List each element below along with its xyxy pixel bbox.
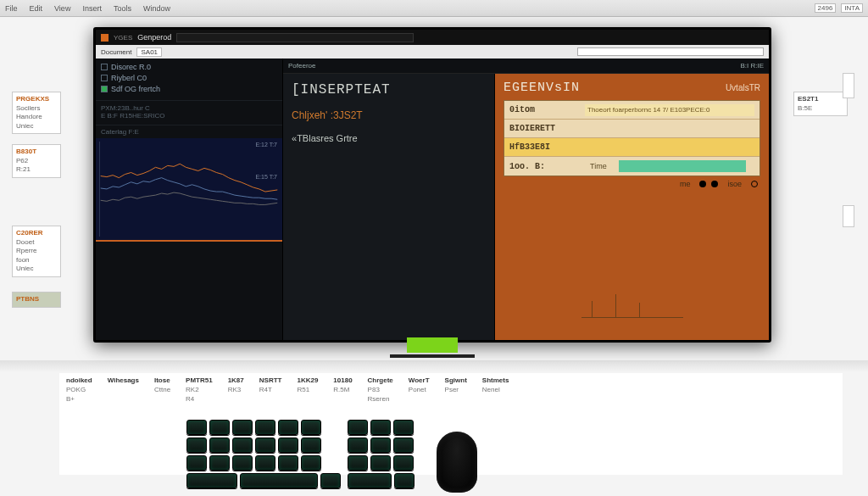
mini-line-chart: E:12 T:7 E:15 T:7 [96,138,282,240]
title-search-field[interactable] [176,33,414,42]
table-row[interactable]: 1oo. B: Time [504,157,760,176]
card-row: Rperre [16,247,57,255]
row-value: Time [585,162,619,170]
col-head: PMTR51 [186,376,213,386]
menu-item[interactable]: File [5,4,18,13]
col-head: Shtmets [482,376,509,386]
list-item[interactable]: Chljxeh' :3JS2T [292,109,486,121]
col-head: Itose [154,376,170,386]
col-val: R.5M [333,386,352,395]
menu-item[interactable]: Edit [30,4,43,13]
grid-col: 1K87 RK3 [228,376,244,404]
col-val: R4 [186,395,213,404]
toolbar-label: Document [101,48,131,56]
chart-label: E:12 T:7 [255,142,277,148]
card-title: PRGEKXS [16,95,57,103]
progress-bar [619,160,746,172]
row-key: BIOIERETT [504,124,585,133]
panel-title: [INSERPTEAT [292,82,486,98]
card-title: PTBNS [16,295,57,303]
col-val: R51 [297,386,318,395]
checkbox-icon[interactable] [101,64,108,70]
card-row: B:5E [798,104,843,113]
side-card[interactable]: B830T P62 R:21 [12,144,61,178]
tree-item[interactable]: Riyberl C0 [101,73,277,84]
col-head: ndoiked [66,376,92,386]
col-val: Nenel [482,386,509,395]
col-val: P83 [368,386,393,395]
divider [0,360,868,372]
list-item[interactable]: «TBlasres Grtre [292,133,486,143]
grid-col: Shtmets Nenel [482,376,509,404]
menubar-right: 2496 INTA [815,3,863,13]
command-panel: [INSERPTEAT Chljxeh' :3JS2T «TBlasres Gr… [283,74,495,340]
tree-item[interactable]: PXM:23B..hur C [101,104,277,112]
breadcrumb[interactable]: Pofeeroe [288,62,315,70]
side-card[interactable]: C20RER Dooet Rperre foon Uniec [12,226,61,277]
panel-title: EGEENVsIN [504,81,580,95]
col-val: RK2 [186,386,213,395]
scale-graphic [581,287,683,318]
tree-item[interactable]: E B:F R15HE:SRICO [101,112,277,120]
menu-item[interactable]: View [54,4,70,13]
col-val: RK3 [228,386,244,395]
checkbox-icon[interactable] [101,75,108,81]
scroll-marker[interactable] [843,205,854,227]
status-chip: INTA [841,3,863,13]
col-head: NSRTT [259,376,282,386]
side-card[interactable]: PRGEKXS Socilers Handore Uniec [12,92,61,134]
menu-item[interactable]: Insert [82,4,102,13]
col-head: Chrgete [368,376,393,386]
tree-item[interactable]: Disorec R.0 [101,62,277,73]
row-key: HfB33E8I [504,142,585,152]
grid-col: WoerT Ponet [409,376,430,404]
card-title: ES2T1 [798,95,843,103]
grid-col: 10180 R.5M [333,376,352,404]
row-key: 1oo. B: [504,162,585,171]
desktop-menubar: File Edit View Insert Tools Window 2496 … [0,0,868,17]
tree-item[interactable]: Sdf OG frertch [101,84,277,95]
grid-col: Sgiwnt Pser [445,376,467,404]
window-icon [101,34,108,42]
col-val: R4T [259,386,282,395]
panel-corner-label: UvtalsTR [726,83,760,92]
table-row[interactable]: 0itom Thoeort foarperbornc 14 7/ E103PEC… [504,101,760,120]
card-row: Dooet [16,238,57,247]
col-head: 10180 [333,376,352,386]
card-row: Uniec [16,265,57,273]
table-row[interactable]: HfB33E8I [504,138,760,157]
mouse-graphic [437,432,477,493]
col-head: 1K87 [228,376,244,386]
col-head: Sgiwnt [445,376,467,386]
menu-item[interactable]: Tools [114,4,131,13]
col-val: Pser [445,386,467,395]
card-title: C20RER [16,229,57,237]
ide-titlebar[interactable]: YGES Genperod [96,30,769,45]
monitor-stand-graphic [407,337,458,353]
card-row: Socilers [16,104,57,113]
title-label: Genperod [137,33,171,42]
checkbox-icon[interactable] [101,86,108,92]
grid-col: PMTR51 RK2 R4 [186,376,213,404]
menu-item[interactable]: Window [143,4,170,13]
col-head: Wihesags [108,376,139,386]
row-value: Thoeort foarperbornc 14 7/ E103PECE:0 [585,104,754,116]
chart-label: E:15 T:7 [255,174,277,180]
toolbar-value[interactable]: SA01 [136,47,162,57]
col-val: Rseren [368,395,393,404]
pane-header: Pofeeroe B:I R:IE [283,59,769,74]
table-row[interactable]: BIOIERETT [504,120,760,138]
breadcrumb-value: B:I R:IE [740,62,764,70]
toolbar-input[interactable] [577,47,764,56]
side-card-right[interactable]: ES2T1 B:5E [793,92,848,116]
col-head: WoerT [409,376,430,386]
ide-window: YGES Genperod Document SA01 Disorec R.0 … [93,27,771,343]
grid-col: NSRTT R4T [259,376,282,404]
col-val: Ponet [409,386,430,395]
col-head: 1KK29 [297,376,318,386]
card-title: B830T [16,148,57,155]
col-val: B+ [66,395,92,404]
side-card[interactable]: PTBNS [12,292,61,308]
grid-col: 1KK29 R51 [297,376,318,404]
scroll-marker[interactable] [843,73,854,98]
